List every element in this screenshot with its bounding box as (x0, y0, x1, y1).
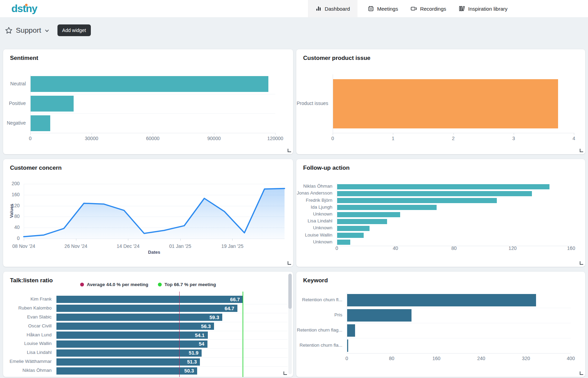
bar (337, 233, 364, 238)
x-axis-title: Dates (24, 250, 285, 255)
resize-handle-icon[interactable] (284, 371, 287, 375)
grid-line (30, 113, 275, 114)
bar (337, 219, 387, 224)
resize-handle-icon[interactable] (288, 149, 291, 152)
axis-tick-label: 0 (3, 235, 20, 241)
bar: 51.3 (56, 358, 200, 366)
grid-line (30, 94, 275, 94)
scrollbar-thumb[interactable] (288, 274, 292, 309)
bar (347, 324, 355, 337)
axis-tick-label: 120000 (255, 136, 293, 141)
bar (347, 294, 536, 306)
category-label: Kim Frank (3, 296, 52, 302)
axis-tick-label: 80 (371, 356, 412, 361)
category-label: Louise Wallin (296, 232, 332, 238)
resize-handle-icon[interactable] (580, 149, 583, 152)
bar-value-label: 64.7 (225, 306, 234, 311)
legend-item[interactable]: Average 44.0 % per meeting (80, 282, 148, 287)
bar (347, 339, 348, 352)
grid-line (56, 304, 288, 304)
resize-handle-icon[interactable] (580, 371, 583, 375)
axis-tick-label: 2 (433, 136, 474, 141)
grid-line (56, 357, 288, 358)
bar: 54 (56, 340, 207, 348)
bar: 51.9 (56, 349, 202, 357)
top-nav: dstny Dashboard Meetings (0, 0, 588, 17)
legend-item[interactable]: Top 66.7 % per meeting (158, 282, 216, 287)
axis-tick (453, 133, 454, 135)
bar-value-label: 56.3 (201, 324, 211, 329)
tab-inspiration-library[interactable]: Inspiration library (457, 0, 510, 17)
axis-tick (232, 239, 233, 241)
bar: 64.7 (56, 305, 237, 312)
axis-tick-label: 26 Nov '24 (52, 243, 100, 249)
card-customer-concern: Customer concern 0408012016020008 Nov '2… (3, 159, 293, 267)
nav-tabs: Dashboard Meetings Recordings (308, 0, 510, 17)
grid-line (24, 239, 285, 239)
axis-tick-label: 14 Dec '24 (104, 243, 152, 249)
add-widget-button[interactable]: Add widget (57, 24, 91, 36)
resize-handle-icon[interactable] (288, 261, 291, 265)
axis-tick (514, 133, 514, 135)
bar-chart-icon (316, 6, 322, 12)
axis-tick (76, 239, 76, 241)
card-title: Talk:listen ratio (10, 277, 53, 284)
category-label: Niklas Öhman (296, 183, 332, 189)
star-icon[interactable] (5, 27, 13, 34)
axis-tick-label: 90000 (193, 136, 235, 141)
category-label: Unknown (296, 239, 332, 244)
bar: 50.3 (56, 367, 197, 375)
app-logo[interactable]: dstny (11, 2, 37, 15)
dashboard-toolbar: Support Add widget (5, 23, 91, 37)
bar (347, 309, 411, 322)
card-keyword: Keyword 080160240320400Retention churn f… (296, 272, 585, 377)
bar (31, 76, 268, 92)
bar (337, 191, 532, 196)
library-icon (459, 6, 465, 12)
resize-handle-icon[interactable] (580, 261, 583, 265)
axis-tick-label: 0 (10, 136, 51, 141)
category-label: Niklas Öhman (3, 368, 52, 373)
category-label: Oscar Civill (3, 323, 52, 328)
axis-tick-label: 240 (461, 356, 502, 361)
category-label: Neutral (3, 81, 26, 86)
category-label: Pris (296, 312, 342, 317)
grid-line (24, 184, 285, 184)
bar (337, 240, 350, 245)
tab-recordings[interactable]: Recordings (408, 0, 448, 17)
grid-line (24, 206, 285, 206)
card-sentiment: Sentiment 0300006000090000120000NeutralP… (3, 49, 293, 154)
grid-line (347, 308, 571, 308)
bar-value-label: 50.3 (184, 368, 194, 374)
logo-dot (25, 4, 28, 6)
dashboard-name[interactable]: Support (16, 26, 41, 34)
category-label: Emelie Wätthammar (3, 359, 52, 364)
grid-line (24, 228, 285, 228)
y-axis-title: Values (9, 197, 14, 224)
category-label: Evan Slabic (3, 314, 52, 319)
category-label: Ida Ljungh (296, 204, 332, 210)
card-follow-up-action: Follow-up action 04080120160Niklas Öhman… (296, 159, 585, 267)
axis-tick-label: 320 (505, 356, 547, 361)
bar: 56.3 (56, 323, 214, 330)
bar (337, 198, 497, 203)
category-label: Håkan Lund (3, 332, 52, 337)
category-label: Fredrik Björn (296, 198, 332, 203)
category-label: Retention churn fla... (296, 343, 342, 348)
bar (333, 79, 558, 128)
bar: 66.7 (56, 296, 243, 303)
chevron-down-icon[interactable] (44, 28, 50, 33)
axis-tick-label: 120 (492, 245, 533, 251)
axis-tick-label: 80 (434, 245, 475, 251)
grid-line (56, 313, 288, 313)
axis-tick-label: 200 (3, 181, 20, 186)
bar: 54.1 (56, 332, 208, 339)
axis-line (24, 184, 24, 239)
bar (337, 226, 370, 231)
category-label: Unknown (296, 211, 332, 217)
category-label: Lisa Lindahl (3, 350, 52, 355)
grid-line (24, 195, 285, 195)
tab-meetings[interactable]: Meetings (366, 0, 400, 17)
reference-line (179, 292, 180, 377)
tab-dashboard[interactable]: Dashboard (308, 0, 357, 17)
